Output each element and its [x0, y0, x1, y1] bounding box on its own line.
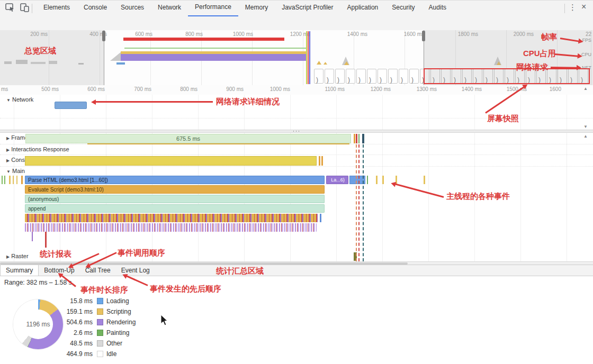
device-toolbar-icon[interactable] [20, 3, 30, 14]
flame-bar-anonymous[interactable]: (anonymous) [25, 195, 325, 203]
flame-mark [376, 176, 378, 184]
legend-value: 464.9 ms [50, 350, 93, 358]
inspect-element-icon[interactable] [5, 3, 15, 14]
ruler-label: 600 ms [73, 86, 105, 92]
tab-security[interactable]: Security [385, 0, 421, 15]
network-track-label: Network [12, 96, 33, 103]
screenshot-thumbnail[interactable]: ) [378, 69, 387, 84]
annotation-overview-area: 总览区域 [24, 46, 56, 56]
ruler-label: 1400 ms [450, 86, 482, 92]
annotation-main-thread: 主线程的各种事件 [446, 192, 510, 202]
toolbar-separator [32, 4, 32, 13]
overview-ruler-label: 1600 ms [392, 31, 424, 37]
ruler-label: 900 ms [212, 86, 244, 92]
console-mark [319, 156, 320, 166]
ruler-label: ms [1, 86, 12, 92]
tab-console[interactable]: Console [77, 0, 114, 15]
close-icon[interactable]: × [581, 2, 586, 12]
tab-application[interactable]: Application [340, 0, 385, 15]
legend-swatch-scripting [97, 308, 103, 315]
flame-bar-dense-calls-1[interactable] [25, 214, 318, 222]
flame-bar-layout-truncated[interactable]: La...6) [326, 176, 348, 184]
flame-mark [367, 176, 368, 184]
fmp-dashed-line [356, 144, 357, 261]
legend-label: Other [106, 340, 122, 347]
selection-handle-left[interactable] [102, 31, 105, 41]
tab-memory[interactable]: Memory [238, 0, 275, 15]
ruler-label: 1200 ms [359, 86, 391, 92]
flame-mark [320, 214, 321, 222]
screenshot-thumbnail[interactable]: ) [314, 69, 324, 84]
annotation-highlight-bar [123, 38, 284, 41]
flame-bar-dense-calls-2[interactable] [25, 223, 317, 232]
ruler-label: 800 ms [166, 86, 197, 92]
interactions-track-header[interactable]: ▶ Interactions Response [6, 146, 69, 152]
load-marker-line [308, 31, 309, 84]
annotation-panel-area: 统计汇总区域 [216, 266, 264, 276]
kebab-menu-icon[interactable]: ⋮ [569, 3, 577, 12]
ruler-label: 1600 [529, 86, 561, 92]
range-text: Range: 382 ms – 1.58 s [4, 279, 71, 286]
tab-network[interactable]: Network [151, 0, 188, 15]
legend-label: Scripting [106, 308, 131, 315]
collapse-triangle-icon: ▼ [6, 98, 11, 103]
legend-value: 159.1 ms [50, 308, 93, 315]
tab-summary[interactable]: Summary [0, 265, 39, 276]
annotation-net: 网络请求 [516, 62, 548, 72]
flame-bar-append[interactable]: append [25, 204, 325, 213]
overview-ruler-label: 600 ms [121, 31, 152, 37]
tab-sources[interactable]: Sources [114, 0, 151, 15]
legend-value: 2.6 ms [50, 329, 93, 336]
raster-label: Raster [11, 253, 28, 259]
performance-toolbar: ↻ ⊘ ↥ ↧ ✓ Screenshots Memory ⚙ [0, 16, 593, 31]
overview-ruler-label: 800 ms [171, 31, 203, 37]
tab-javascript-profiler[interactable]: JavaScript Profiler [275, 0, 340, 15]
flame-mark [424, 176, 425, 184]
screenshot-thumbnail[interactable]: ) [388, 69, 398, 84]
selection-handle-right[interactable] [422, 31, 425, 41]
tab-elements[interactable]: Elements [37, 0, 77, 15]
frame-mark [358, 134, 360, 143]
console-mark [321, 156, 323, 166]
overview-unselected-left [0, 30, 104, 85]
network-track-header[interactable]: ▼ Network [6, 96, 33, 103]
donut-center-label: 1196 ms [23, 310, 53, 339]
legend-swatch-idle [97, 351, 103, 357]
frame-mark [362, 134, 364, 143]
tab-performance[interactable]: Performance [188, 0, 238, 17]
load-dashed-line [358, 144, 360, 261]
fmp-marker-line [306, 31, 307, 84]
flame-bar-parse-html[interactable]: Parse HTML (demo3.html [1...60]) [25, 176, 325, 184]
console-bar[interactable] [25, 156, 317, 166]
scroll-up-arrow[interactable]: ▲ [583, 134, 588, 139]
screenshot-thumbnail[interactable]: ) [399, 69, 408, 84]
scroll-up-arrow[interactable]: ▲ [583, 86, 588, 91]
tab-audits[interactable]: Audits [422, 0, 453, 15]
overview-ruler-label: 1400 ms [336, 31, 367, 37]
network-request-bar[interactable] [55, 102, 87, 109]
ruler-label: 1300 ms [405, 86, 437, 92]
screenshot-thumbnail[interactable]: ) [346, 69, 355, 84]
main-track-header[interactable]: ▼ Main [6, 168, 25, 174]
annotation-cpu: CPU占用 [523, 49, 556, 59]
interactions-row [0, 144, 593, 155]
flame-bar-evaluate-script[interactable]: Evaluate Script (demo3.html:10) [25, 185, 325, 194]
screenshot-thumbnail[interactable]: ) [367, 69, 376, 84]
annotation-summary: 统计报表 [40, 249, 71, 259]
legend-value: 48.5 ms [50, 340, 93, 347]
dcl-dashed-line [363, 144, 364, 261]
annotation-event-log: 事件发生的先后顺序 [150, 284, 221, 294]
screenshot-thumbnail[interactable]: ) [356, 69, 366, 84]
raster-track-header[interactable]: ▶ Raster [6, 253, 29, 259]
tab-event-log[interactable]: Event Log [116, 265, 155, 276]
legend-swatch-rendering [97, 319, 103, 325]
menu-separator [564, 4, 565, 13]
legend-swatch-other [97, 340, 103, 347]
legend-label: Rendering [106, 319, 136, 326]
screenshot-thumbnail[interactable]: ) [335, 69, 345, 84]
screenshot-thumbnail[interactable]: ) [325, 69, 334, 84]
frame-bar[interactable]: 675.5 ms [25, 134, 351, 143]
scroll-down-arrow[interactable]: ▼ [583, 124, 588, 129]
legend-swatch-painting [97, 330, 103, 336]
screenshot-thumbnail[interactable]: ) [409, 69, 419, 84]
